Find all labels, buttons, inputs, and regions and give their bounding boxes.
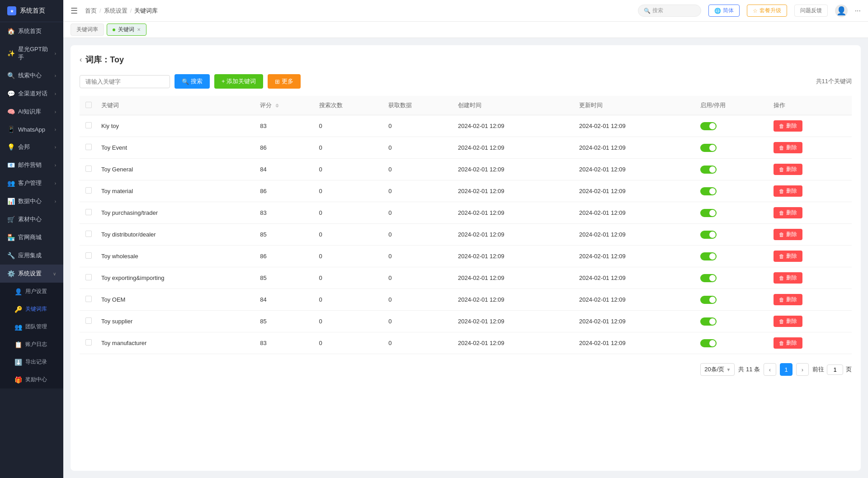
row-toggle-cell (697, 180, 770, 202)
jianti-button[interactable]: 🌐 简体 (708, 5, 740, 17)
sidebar-item-whatsapp[interactable]: 📱 WhatsApp › (0, 121, 63, 138)
sidebar-item-email[interactable]: 📧 邮件营销 › (0, 156, 63, 174)
toggle-switch[interactable] (700, 166, 717, 174)
trash-icon: 🗑 (779, 297, 784, 303)
sidebar-item-data[interactable]: 📊 数据中心 › (0, 192, 63, 210)
sidebar-item-club[interactable]: 💡 会邦 › (0, 138, 63, 156)
sidebar-item-leads[interactable]: 🔍 线索中心 › (0, 66, 63, 85)
sidebar-item-team[interactable]: 👥 团队管理 (0, 318, 63, 336)
language-icon: 🌐 (714, 8, 721, 14)
row-action-cell: 🗑 删除 (770, 202, 852, 224)
delete-button[interactable]: 🗑 删除 (774, 229, 802, 240)
toggle-switch[interactable] (700, 274, 717, 282)
chevron-right-icon: › (55, 127, 56, 132)
sidebar-logo[interactable]: ★ 系统首页 (0, 0, 63, 22)
toggle-switch[interactable] (700, 122, 717, 130)
delete-button[interactable]: 🗑 删除 (774, 272, 802, 284)
toggle-switch[interactable] (700, 209, 717, 217)
upgrade-button[interactable]: ☆ 套餐升级 (747, 5, 787, 17)
breadcrumb-home[interactable]: 首页 (85, 7, 97, 15)
sidebar-item-account-log[interactable]: 📋 账户日志 (0, 336, 63, 353)
tab-close-icon[interactable]: ✕ (137, 27, 141, 32)
th-score[interactable]: 评分 (256, 96, 315, 115)
toggle-switch[interactable] (700, 252, 717, 260)
row-checkbox[interactable] (85, 122, 92, 128)
current-page-button[interactable]: 1 (780, 363, 793, 376)
toggle-switch[interactable] (700, 296, 717, 304)
sidebar-item-export[interactable]: ⬇️ 导出记录 (0, 353, 63, 371)
delete-button[interactable]: 🗑 删除 (774, 120, 802, 132)
reward-icon: 🎁 (14, 376, 22, 383)
feedback-button[interactable]: 问题反馈 (794, 5, 828, 17)
sidebar-item-gpt[interactable]: ✨ 星光GPT助手 › (0, 40, 63, 66)
sidebar-item-user-settings[interactable]: 👤 用户设置 (0, 283, 63, 300)
delete-button[interactable]: 🗑 删除 (774, 207, 802, 218)
row-action-cell: 🗑 删除 (770, 115, 852, 137)
page-goto-input[interactable] (827, 364, 843, 375)
toggle-switch[interactable] (700, 187, 717, 195)
hamburger-icon[interactable]: ☰ (71, 6, 78, 16)
delete-button[interactable]: 🗑 删除 (774, 251, 802, 262)
row-checkbox[interactable] (85, 296, 92, 302)
toggle-switch[interactable] (700, 144, 717, 152)
topbar-search[interactable]: 🔍 搜索 (638, 5, 701, 17)
avatar[interactable]: 👤 (835, 5, 848, 17)
sidebar-item-material[interactable]: 🛒 素材中心 (0, 210, 63, 228)
select-all-checkbox[interactable] (85, 102, 92, 108)
sidebar-item-omni[interactable]: 💬 全渠道对话 › (0, 85, 63, 103)
per-page-select[interactable]: 20条/页 ▼ (700, 363, 735, 376)
breadcrumb-settings[interactable]: 系统设置 (104, 7, 127, 15)
delete-button[interactable]: 🗑 删除 (774, 142, 802, 153)
row-checkbox-cell (80, 224, 98, 246)
row-checkbox-cell (80, 159, 98, 180)
toggle-switch[interactable] (700, 339, 717, 347)
prev-page-button[interactable]: ‹ (764, 363, 776, 376)
row-checkbox[interactable] (85, 144, 92, 150)
sort-icon (275, 104, 279, 108)
delete-button[interactable]: 🗑 删除 (774, 164, 802, 175)
tab-keyword-rate[interactable]: 关键词率 (71, 24, 104, 36)
more-icon[interactable]: ··· (855, 7, 861, 15)
search-button[interactable]: 🔍 搜索 (175, 74, 210, 89)
sidebar-item-home[interactable]: 🏠 系统首页 (0, 22, 63, 40)
table-container: 关键词 评分 搜索次数 获取数据 创建时间 更新时间 (80, 96, 852, 354)
trash-icon: 🗑 (779, 123, 784, 129)
back-button[interactable]: ‹ (80, 56, 82, 64)
sidebar-item-apps[interactable]: 🔧 应用集成 (0, 246, 63, 265)
row-score: 83 (256, 202, 315, 224)
apps-icon: 🔧 (7, 252, 14, 259)
row-keyword: Toy distributor/dealer (98, 224, 256, 246)
sidebar-item-reward[interactable]: 🎁 奖励中心 (0, 371, 63, 388)
row-checkbox[interactable] (85, 231, 92, 237)
toggle-switch[interactable] (700, 231, 717, 239)
row-checkbox[interactable] (85, 166, 92, 172)
row-checkbox[interactable] (85, 187, 92, 194)
keyword-icon: 🔑 (14, 306, 22, 313)
tab-keyword-library[interactable]: 关键词 ✕ (107, 24, 146, 36)
delete-button[interactable]: 🗑 删除 (774, 337, 802, 349)
delete-button[interactable]: 🗑 删除 (774, 294, 802, 305)
sidebar-item-keyword-library[interactable]: 🔑 关键词库 (0, 300, 63, 318)
chevron-right-icon: › (55, 91, 56, 96)
delete-button[interactable]: 🗑 删除 (774, 316, 802, 327)
row-checkbox[interactable] (85, 339, 92, 345)
sort-up-icon (275, 104, 279, 105)
tabbar: 关键词率 关键词 ✕ (63, 22, 868, 38)
row-search-count: 0 (316, 267, 385, 289)
table-row: Toy purchasing/trader 83 0 0 2024-02-01 … (80, 202, 852, 224)
row-checkbox[interactable] (85, 317, 92, 324)
row-checkbox[interactable] (85, 252, 92, 259)
more-button[interactable]: ⊞ 更多 (268, 74, 301, 89)
row-checkbox[interactable] (85, 209, 92, 215)
sidebar-item-customer[interactable]: 👥 客户管理 › (0, 174, 63, 192)
row-checkbox[interactable] (85, 274, 92, 280)
search-input[interactable] (80, 75, 170, 88)
sidebar-item-shop[interactable]: 🏪 官网商城 (0, 228, 63, 246)
toggle-switch[interactable] (700, 317, 717, 326)
next-page-button[interactable]: › (796, 363, 809, 376)
sidebar-item-settings[interactable]: ⚙️ 系统设置 ∨ (0, 265, 63, 283)
table-header-row: 关键词 评分 搜索次数 获取数据 创建时间 更新时间 (80, 96, 852, 115)
add-keyword-button[interactable]: + 添加关键词 (214, 74, 263, 89)
delete-button[interactable]: 🗑 删除 (774, 185, 802, 197)
sidebar-item-ai[interactable]: 🧠 AI知识库 › (0, 103, 63, 121)
